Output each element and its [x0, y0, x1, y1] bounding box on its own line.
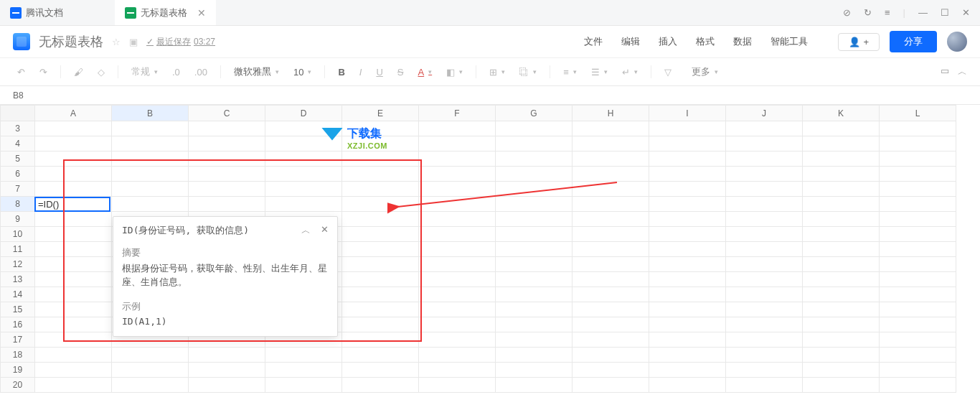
cell[interactable]: [880, 167, 956, 182]
col-header[interactable]: E: [342, 106, 419, 121]
more-button[interactable]: 更多: [687, 62, 722, 81]
strikethrough-button[interactable]: S: [393, 64, 408, 80]
row-header[interactable]: 7: [1, 182, 35, 197]
cell[interactable]: [419, 227, 496, 242]
row-header[interactable]: 15: [1, 302, 35, 317]
cell[interactable]: [880, 136, 956, 152]
cell[interactable]: [419, 136, 496, 152]
star-icon[interactable]: ☆: [112, 37, 121, 47]
cell[interactable]: [496, 136, 573, 152]
cell[interactable]: [573, 121, 649, 136]
cell[interactable]: [726, 121, 803, 136]
underline-button[interactable]: U: [372, 64, 387, 80]
cell[interactable]: [189, 363, 265, 378]
italic-button[interactable]: I: [355, 64, 367, 80]
cell[interactable]: [573, 317, 649, 332]
cell[interactable]: [726, 212, 803, 227]
borders-button[interactable]: ⊞: [485, 64, 509, 80]
cell[interactable]: [649, 121, 726, 136]
collapse-toolbar-icon[interactable]: ︿: [958, 65, 967, 78]
tab-home[interactable]: 腾讯文档: [0, 0, 115, 25]
cell[interactable]: [880, 287, 956, 302]
col-header[interactable]: A: [35, 106, 112, 121]
cell[interactable]: [573, 197, 649, 212]
cell[interactable]: [419, 242, 496, 257]
row-header[interactable]: 11: [1, 242, 35, 257]
cell[interactable]: [880, 242, 956, 257]
cell[interactable]: [649, 378, 726, 393]
cell[interactable]: [419, 121, 496, 136]
menu-data[interactable]: 数据: [733, 35, 752, 48]
cell[interactable]: [496, 348, 573, 363]
cell[interactable]: [649, 167, 726, 182]
cell[interactable]: [265, 167, 342, 182]
row-header[interactable]: 20: [1, 378, 35, 393]
cell[interactable]: [189, 197, 265, 212]
menu-format[interactable]: 格式: [696, 35, 715, 48]
cell[interactable]: [649, 348, 726, 363]
cell[interactable]: [496, 332, 573, 348]
row-header[interactable]: 8: [1, 197, 35, 212]
cell[interactable]: [649, 363, 726, 378]
cell[interactable]: [496, 317, 573, 332]
cell[interactable]: [342, 167, 419, 182]
cell[interactable]: [803, 257, 880, 272]
cell[interactable]: [419, 197, 496, 212]
merge-cells-button[interactable]: ⿻: [515, 64, 541, 80]
cell[interactable]: [573, 257, 649, 272]
cell[interactable]: [649, 302, 726, 317]
cell[interactable]: [496, 363, 573, 378]
cell[interactable]: [189, 378, 265, 393]
cell[interactable]: [573, 348, 649, 363]
cell[interactable]: [342, 378, 419, 393]
row-header[interactable]: 18: [1, 348, 35, 363]
cell[interactable]: [112, 197, 189, 212]
cell[interactable]: [419, 332, 496, 348]
menu-file[interactable]: 文件: [584, 35, 603, 48]
cell[interactable]: [649, 152, 726, 167]
row-header[interactable]: 5: [1, 152, 35, 167]
cell[interactable]: [803, 167, 880, 182]
cell[interactable]: [880, 197, 956, 212]
menu-smart-tools[interactable]: 智能工具: [771, 35, 808, 48]
row-header[interactable]: 12: [1, 257, 35, 272]
cell[interactable]: [649, 257, 726, 272]
cell[interactable]: [342, 317, 419, 332]
cell[interactable]: [649, 136, 726, 152]
cell[interactable]: [419, 363, 496, 378]
spreadsheet-grid[interactable]: ABCDEFGHIJKL3456789101112131415161718192…: [0, 105, 980, 410]
cell[interactable]: [726, 272, 803, 287]
cell[interactable]: [649, 287, 726, 302]
cell[interactable]: [342, 212, 419, 227]
cell[interactable]: [496, 182, 573, 197]
row-header[interactable]: 13: [1, 272, 35, 287]
cell[interactable]: [726, 317, 803, 332]
cell[interactable]: [35, 121, 112, 136]
row-header[interactable]: 10: [1, 227, 35, 242]
col-header[interactable]: G: [496, 106, 573, 121]
cell[interactable]: [189, 348, 265, 363]
minimize-icon[interactable]: —: [918, 7, 928, 18]
cell[interactable]: [649, 212, 726, 227]
cell[interactable]: [342, 152, 419, 167]
cell[interactable]: [726, 152, 803, 167]
comment-icon[interactable]: ▭: [941, 65, 949, 78]
cell[interactable]: [803, 121, 880, 136]
cell[interactable]: [496, 167, 573, 182]
cell[interactable]: [649, 197, 726, 212]
cell[interactable]: [496, 152, 573, 167]
cell[interactable]: [880, 257, 956, 272]
cell[interactable]: [649, 242, 726, 257]
cell[interactable]: [880, 227, 956, 242]
refresh-icon[interactable]: ↻: [864, 7, 872, 18]
name-box[interactable]: B8: [0, 90, 37, 101]
cell[interactable]: [496, 287, 573, 302]
cell[interactable]: [112, 378, 189, 393]
clear-format-button[interactable]: ◇: [93, 64, 109, 80]
cell[interactable]: [35, 227, 112, 242]
cell[interactable]: [803, 227, 880, 242]
cell[interactable]: [803, 378, 880, 393]
col-header[interactable]: I: [649, 106, 726, 121]
cell[interactable]: [35, 348, 112, 363]
tab-close-icon[interactable]: ✕: [197, 7, 206, 19]
